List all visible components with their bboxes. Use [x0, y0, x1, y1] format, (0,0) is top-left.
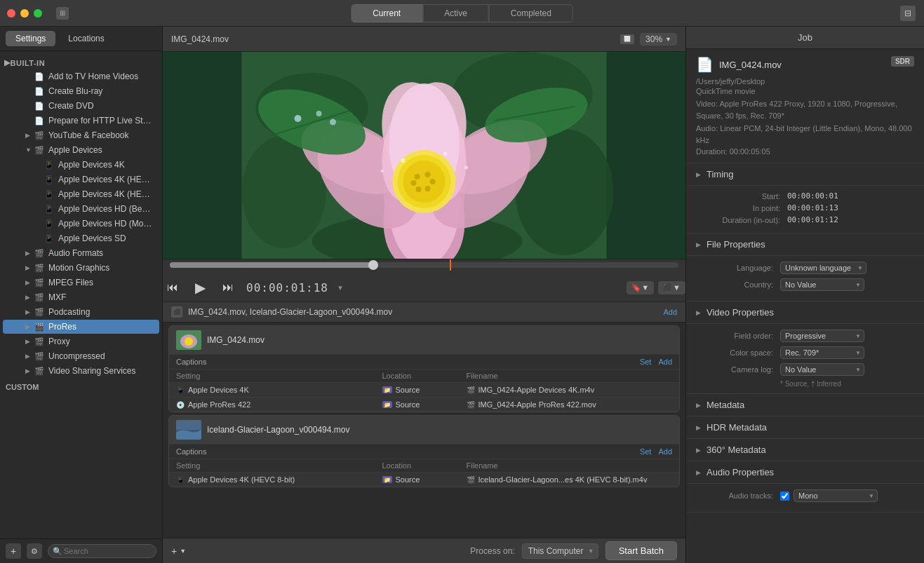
device-icon: 📱 — [43, 189, 55, 200]
sidebar-item-apple-hd-most[interactable]: 📱 Apple Devices HD (Most... — [3, 217, 159, 231]
field-order-label: Field order: — [696, 332, 780, 340]
settings-button[interactable]: ⚙ — [27, 543, 42, 559]
go-to-start-button[interactable]: ⏮ — [163, 280, 182, 295]
sdr-badge: SDR — [891, 56, 914, 67]
sidebar-item-apple-4k[interactable]: 📱 Apple Devices 4K — [3, 158, 159, 172]
traffic-lights — [7, 9, 42, 18]
sidebar-item-http[interactable]: 📄 Prepare for HTTP Live Stre... — [3, 114, 159, 128]
builtin-header: ▶ BUILT-IN — [0, 57, 162, 69]
play-button[interactable]: ▶ — [191, 278, 210, 297]
language-select[interactable]: Unknown language — [780, 262, 866, 274]
field-order-select[interactable]: Progressive — [780, 330, 864, 342]
close-button[interactable] — [7, 9, 15, 18]
process-select[interactable]: This Computer — [522, 543, 598, 559]
device-icon: 📱 — [176, 386, 185, 394]
sidebar-item-apple-4k-hevc2[interactable]: 📱 Apple Devices 4K (HEVC... — [3, 187, 159, 201]
file-info-header: 📄 IMG_0424.mov SDR — [696, 56, 914, 73]
sidebar-item-label: Create DVD — [48, 101, 154, 111]
bottom-bar: + ▼ Process on: This Computer ▼ Start Ba… — [163, 538, 685, 563]
setting-cell: 📱 Apple Devices 4K — [176, 386, 382, 394]
sidebar-item-motion-graphics[interactable]: ▶ 🎬 Motion Graphics — [3, 261, 159, 275]
col-setting: Setting — [176, 372, 382, 380]
sidebar-item-mxf[interactable]: ▶ 🎬 MXF — [3, 290, 159, 304]
sidebar-item-uncompressed[interactable]: ▶ 🎬 Uncompressed — [3, 349, 159, 363]
sidebar-item-proxy[interactable]: ▶ 🎬 Proxy — [3, 334, 159, 348]
filename-value: IMG_0424-Apple Devices 4K.m4v — [478, 386, 595, 394]
start-batch-button[interactable]: Start Batch — [605, 541, 677, 560]
zoom-control[interactable]: 30% ▼ — [640, 33, 677, 46]
playback-controls: ⏮ ▶ ⏭ 00:00:01:18 ▼ 🔖▼ ⬛▼ — [163, 273, 685, 302]
search-input[interactable] — [48, 544, 156, 558]
camera-log-row: Camera log: No Value ▼ — [696, 363, 914, 376]
sidebar-item-label: Proxy — [48, 337, 154, 346]
sidebar-item-blu-ray[interactable]: 📄 Create Blu-ray — [3, 84, 159, 98]
sidebar-item-dvd[interactable]: 📄 Create DVD — [3, 99, 159, 113]
camera-log-select[interactable]: No Value — [780, 363, 864, 376]
svg-point-32 — [316, 111, 322, 116]
crop-button[interactable]: ⬛▼ — [658, 281, 685, 294]
sidebar-tab-locations[interactable]: Locations — [58, 31, 114, 46]
scrubber-thumb[interactable] — [368, 260, 378, 270]
sidebar-item-prores[interactable]: ▶ 🎬 ProRes — [3, 320, 159, 334]
sidebar-item-youtube[interactable]: ▶ 🎬 YouTube & Facebook — [3, 128, 159, 142]
timing-section-header[interactable]: ▶ Timing — [686, 163, 924, 186]
scrubber-track[interactable] — [170, 262, 678, 268]
tab-active[interactable]: Active — [422, 4, 489, 22]
minimize-button[interactable] — [20, 9, 29, 18]
arrow-icon: ▶ — [25, 132, 34, 139]
sidebar-item-video-sharing[interactable]: ▶ 🎬 Video Sharing Services — [3, 364, 159, 378]
audio-properties-section-content: Audio tracks: Mono ▼ — [686, 484, 924, 513]
timecode-dropdown-icon[interactable]: ▼ — [337, 284, 344, 292]
camera-log-label: Camera log: — [696, 365, 780, 374]
maximize-button[interactable] — [34, 9, 42, 18]
metadata-section-header[interactable]: ▶ Metadata — [686, 394, 924, 416]
sidebar-item-apple-hd-best[interactable]: 📱 Apple Devices HD (Best... — [3, 202, 159, 216]
audio-properties-section-title: Audio Properties — [707, 467, 774, 477]
tab-completed[interactable]: Completed — [489, 4, 573, 22]
sidebar-item-apple-4k-hevc1[interactable]: 📱 Apple Devices 4K (HEVC... — [3, 172, 159, 186]
sidebar-item-podcasting[interactable]: ▶ 🎬 Podcasting — [3, 305, 159, 319]
svg-point-27 — [381, 170, 384, 172]
sidebar-tab-settings[interactable]: Settings — [6, 31, 55, 46]
sidebar-item-audio-formats[interactable]: ▶ 🎬 Audio Formats — [3, 246, 159, 260]
hdr-metadata-section-header[interactable]: ▶ HDR Metadata — [686, 416, 924, 439]
go-to-end-button[interactable]: ⏭ — [218, 280, 238, 295]
video-props-note: * Source, † Inferred — [696, 380, 914, 388]
country-select[interactable]: No Value — [780, 278, 864, 291]
tab-current[interactable]: Current — [351, 4, 422, 22]
settings-row-1-2[interactable]: 💿 Apple ProRes 422 📁 Source 🎬 IMG_0424-A… — [169, 398, 679, 412]
audio-tracks-select[interactable]: Mono — [794, 489, 878, 502]
add-file-button[interactable]: + ▼ — [171, 545, 186, 557]
process-dropdown[interactable]: This Computer ▼ — [522, 543, 598, 559]
group-icon: 🎬 — [34, 247, 45, 259]
sidebar-item-apple-sd[interactable]: 📱 Apple Devices SD — [3, 231, 159, 245]
color-space-select[interactable]: Rec. 709* — [780, 346, 864, 359]
grid-layout-icon[interactable]: ⊟ — [900, 6, 916, 21]
file-properties-section-header[interactable]: ▶ File Properties — [686, 233, 924, 256]
add-item-button[interactable]: + — [6, 543, 21, 559]
arrow-icon: ▶ — [25, 323, 34, 330]
captions-set-button-2[interactable]: Set — [640, 447, 652, 456]
captions-add-button-2[interactable]: Add — [658, 447, 672, 456]
sidebar-item-add-tv[interactable]: 📄 Add to TV Home Videos — [3, 69, 159, 83]
main-layout: Settings Locations ▶ BUILT-IN 📄 Add to T… — [0, 27, 924, 563]
settings-row-2-1[interactable]: 📱 Apple Devices 4K (HEVC 8-bit) 📁 Source… — [169, 473, 679, 487]
video-preview-svg — [163, 52, 685, 259]
language-select-wrap: Unknown language ▼ — [780, 262, 866, 274]
audio-tracks-checkbox[interactable] — [780, 491, 789, 501]
sidebar-item-label: Apple Devices SD — [58, 233, 154, 243]
sidebar-item-mpeg[interactable]: ▶ 🎬 MPEG Files — [3, 276, 159, 290]
audio-tracks-select-wrap: Mono ▼ — [794, 489, 878, 502]
video-properties-section-header[interactable]: ▶ Video Properties — [686, 301, 924, 324]
360-metadata-section-header[interactable]: ▶ 360° Metadata — [686, 439, 924, 461]
batch-add-button[interactable]: Add — [663, 308, 677, 316]
captions-add-button-1[interactable]: Add — [658, 358, 672, 366]
timing-start-value: 00:00:00:01 — [787, 191, 838, 201]
settings-row-1-1[interactable]: 📱 Apple Devices 4K 📁 Source 🎬 IMG_0424-A… — [169, 383, 679, 398]
sidebar-item-apple-devices[interactable]: ▼ 🎬 Apple Devices — [3, 143, 159, 157]
audio-properties-section-header[interactable]: ▶ Audio Properties — [686, 461, 924, 484]
captions-label-1: Captions — [176, 358, 206, 366]
filename-cell: 🎬 IMG_0424-Apple ProRes 422.mov — [467, 400, 673, 409]
bookmark-button[interactable]: 🔖▼ — [627, 281, 654, 294]
captions-set-button-1[interactable]: Set — [640, 358, 652, 366]
